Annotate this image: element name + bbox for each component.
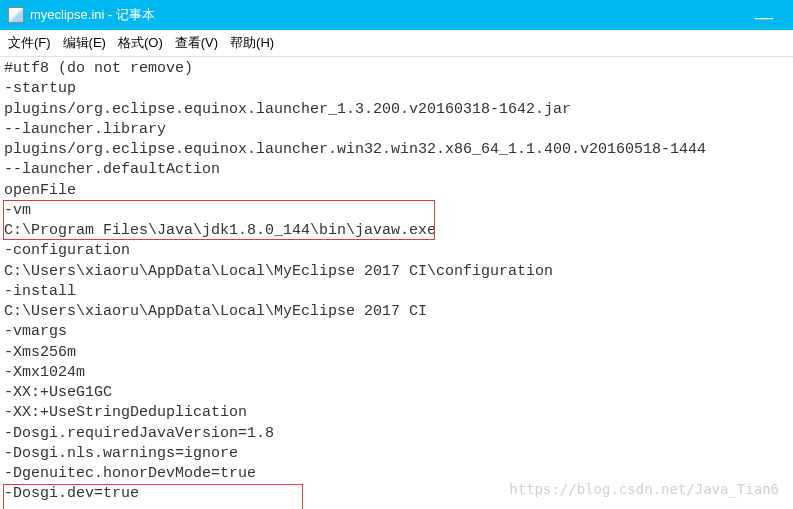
watermark: https://blog.csdn.net/Java_Tian6 (509, 481, 779, 497)
text-line: openFile (4, 181, 789, 201)
text-line: --launcher.library (4, 120, 789, 140)
text-line: -Xms256m (4, 343, 789, 363)
text-line: plugins/org.eclipse.equinox.launcher_1.3… (4, 100, 789, 120)
menu-format[interactable]: 格式(O) (118, 34, 163, 52)
text-line: C:\Program Files\Java\jdk1.8.0_144\bin\j… (4, 221, 789, 241)
text-line: C:\Users\xiaoru\AppData\Local\MyEclipse … (4, 262, 789, 282)
text-line: -Dosgi.requiredJavaVersion=1.8 (4, 424, 789, 444)
text-content[interactable]: #utf8 (do not remove) -startup plugins/o… (0, 57, 793, 507)
text-line: C:\Users\xiaoru\AppData\Local\MyEclipse … (4, 302, 789, 322)
minimize-button[interactable]: — (755, 8, 773, 26)
menu-help[interactable]: 帮助(H) (230, 34, 274, 52)
menu-file[interactable]: 文件(F) (8, 34, 51, 52)
text-line: -vmargs (4, 322, 789, 342)
text-line: plugins/org.eclipse.equinox.launcher.win… (4, 140, 789, 160)
window-title: myeclipse.ini - 记事本 (30, 6, 155, 24)
text-line: -vm (4, 201, 789, 221)
text-line: -configuration (4, 241, 789, 261)
text-line: #utf8 (do not remove) (4, 59, 789, 79)
menu-view[interactable]: 查看(V) (175, 34, 218, 52)
menu-edit[interactable]: 编辑(E) (63, 34, 106, 52)
text-line: --launcher.defaultAction (4, 160, 789, 180)
text-line: -startup (4, 79, 789, 99)
text-line: -install (4, 282, 789, 302)
text-line: -Dosgi.nls.warnings=ignore (4, 444, 789, 464)
notepad-icon (8, 7, 24, 23)
text-line: -XX:+UseStringDeduplication (4, 403, 789, 423)
titlebar: myeclipse.ini - 记事本 — (0, 0, 793, 30)
text-line: -XX:+UseG1GC (4, 383, 789, 403)
text-line: -Xmx1024m (4, 363, 789, 383)
menubar: 文件(F) 编辑(E) 格式(O) 查看(V) 帮助(H) (0, 30, 793, 57)
